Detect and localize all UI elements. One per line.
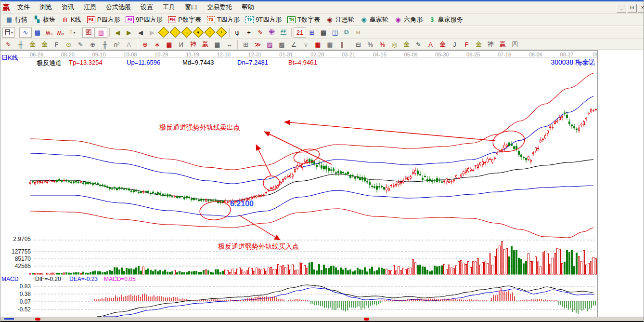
draw-tool-8[interactable]: ╫ [99,40,111,49]
restore-button[interactable]: ⊡ [627,4,637,13]
menu-item-0[interactable]: 文件 [13,1,35,13]
K线-button[interactable]: ılıK线 [58,15,84,25]
chart-mode-icon[interactable]: 图 [82,27,95,38]
draw-tool-40[interactable]: F [461,40,473,49]
purple-tool-icon[interactable]: 带 [266,28,278,37]
draw-tool-23[interactable]: ▨ [264,40,276,49]
9P四方形-button[interactable]: P99P四方形 [123,15,165,25]
draw-tool-43[interactable]: 赢 [497,40,509,49]
draw-tool-17[interactable]: 赢 [199,40,211,49]
draw-tool-34[interactable]: ◎ [388,40,400,49]
draw-tool-19[interactable]: ↔ [223,40,235,49]
draw-tool-3[interactable]: 金 [39,40,51,49]
draw-tool-5[interactable]: ⊙ [63,40,75,49]
draw-tool-13[interactable]: ∗ [151,40,163,49]
draw-tool-22[interactable]: ≫ [252,40,264,49]
diamond-star-button[interactable]: ∗ [193,27,204,38]
9T四方形-button[interactable]: T99T四方形 [243,15,284,25]
P数字表-button[interactable]: PNP数字表 [165,15,204,25]
menu-item-2[interactable]: 资讯 [57,1,79,13]
menu-item-8[interactable]: 交易委托 [202,1,237,13]
teal-tool-icon[interactable]: 丝 [278,28,289,37]
draw-tool-37[interactable]: A [425,40,437,49]
plot-region[interactable]: 06-2608-2009-1010-0810-2911-1912-1012-31… [0,50,598,317]
last-button[interactable]: ▶ [123,28,135,37]
draw-tool-25[interactable]: ∠ [288,40,300,49]
prev-button[interactable]: ◀ [135,28,146,37]
draw-tool-44[interactable]: 四 [509,40,521,49]
draw-tool-29[interactable]: ∥ [336,40,348,49]
remote-icon[interactable]: ⧈ [352,28,364,37]
menu-item-3[interactable]: 江恩 [79,1,101,13]
draw-tool-38[interactable]: 金 [437,40,449,49]
menu-item-5[interactable]: 设置 [136,1,158,13]
江恩轮-button[interactable]: ◉江恩轮 [323,15,357,25]
scribble-icon[interactable]: ∿ [19,27,32,38]
colorbar-icon[interactable]: ▥ [95,27,107,38]
draw-tool-1[interactable]: ╫ [14,40,26,49]
close-button[interactable]: × [638,4,644,13]
crosshair-tool-icon[interactable]: + [243,28,255,37]
diamond-vert-button[interactable]: ↕ [205,27,216,38]
draw-tool-2[interactable]: 金 [26,40,39,49]
next-button[interactable]: ▶ [146,28,158,37]
menu-item-1[interactable]: 浏览 [35,1,57,13]
notes-icon[interactable]: ▤ [318,28,329,37]
menu-item-9[interactable]: 帮助 [237,1,259,13]
draw-tool-36[interactable]: ✎ [412,40,425,49]
hand-tool-icon[interactable]: ψ [232,28,243,37]
draw-tool-7[interactable]: ⊕ [87,40,99,49]
draw-tool-24[interactable]: ▩ [276,40,288,49]
calculator-icon[interactable]: ⊞ [306,28,318,37]
minimize-button[interactable]: _ [617,4,626,13]
draw-tool-41[interactable]: 金 [473,40,485,49]
draw-tool-18[interactable]: ▦ [211,40,223,49]
板块-button[interactable]: ▚板块 [30,15,58,25]
first-button[interactable]: ◀ [112,28,123,37]
T数字表-button[interactable]: TNT数字表 [284,15,323,25]
赢家轮-button[interactable]: ◉赢家轮 [357,15,391,25]
macd-pane-label[interactable]: MACD [1,276,18,282]
draw-tool-32[interactable]: % [364,40,376,49]
menu-item-6[interactable]: 工具 [158,1,180,13]
wave9-icon[interactable]: ʍ₉ [55,28,66,37]
diamond-all-button[interactable]: + [216,27,227,38]
draw-tool-4[interactable]: F [51,40,63,49]
draw-tool-0[interactable]: ✎ [2,40,14,49]
draw-tool-39[interactable]: J [449,40,461,49]
draw-tool-16[interactable]: 神 [187,40,199,49]
doc-icon[interactable]: ▤ [32,28,43,37]
diamond-both-button[interactable]: ↔ [181,27,193,38]
save-icon[interactable]: ◫ [329,28,341,37]
calendar-icon[interactable]: 21 [294,27,306,38]
行情-button[interactable]: ▦行情 [2,15,30,25]
draw-tool-27[interactable]: ▦ [312,40,324,49]
draw-tool-31[interactable]: ⊟ [352,40,364,49]
draw-tool-28[interactable]: ▦ [324,40,336,49]
menu-item-7[interactable]: 窗口 [180,1,202,13]
network-icon[interactable]: ⧉ [341,28,352,37]
draw-tool-33[interactable]: % [376,40,388,49]
draw-tool-15[interactable]: И [175,40,187,49]
draw-tool-12[interactable]: ⊕ [139,40,151,49]
draw-tool-14[interactable]: ▦ [163,40,175,49]
赢家服务-button[interactable]: $赢家服务 [425,15,466,25]
diamond-left-button[interactable]: ← [158,27,169,38]
wave3-icon[interactable]: ʍ₃ [43,28,55,37]
menu-item-4[interactable]: 公式选股 [101,1,136,13]
draw-tool-10[interactable]: A [123,40,135,49]
candle-style-button[interactable]: ⌷▾ [66,28,78,37]
draw-tool-42[interactable]: 神 [485,40,497,49]
draw-tool-26[interactable]: v [300,40,312,49]
pen-tool-icon[interactable]: ✎ [255,28,266,37]
六角形-button[interactable]: ◉六角形 [391,15,425,25]
P四方形-button[interactable]: PSP四方形 [84,15,123,25]
draw-tool-9[interactable]: n² [111,40,123,49]
T四方形-button[interactable]: TST四方形 [204,15,243,25]
draw-tool-6[interactable]: ✎ [75,40,87,49]
draw-tool-35[interactable]: 金 [400,40,412,49]
volume-axis-label: 85170 [0,255,31,262]
period-button[interactable]: 日▾ [2,27,15,38]
draw-tool-21[interactable]: ⊞ [240,40,252,49]
diamond-right-button[interactable]: → [170,27,181,38]
